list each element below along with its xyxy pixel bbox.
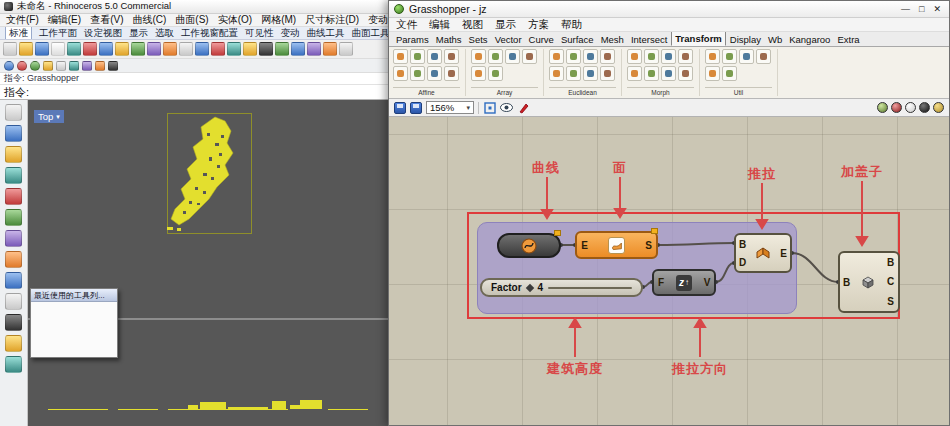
undo-icon[interactable] (99, 42, 113, 56)
polyline-tool-icon[interactable] (5, 230, 22, 247)
surface-tool-icon[interactable] (5, 251, 22, 268)
tab-standard[interactable]: 标准 (5, 27, 32, 40)
component-icon[interactable] (722, 49, 737, 64)
gh-menu-solution[interactable]: 方案 (528, 18, 549, 32)
gh-tab-maths[interactable]: Maths (433, 33, 465, 46)
save-icon[interactable] (394, 102, 406, 114)
zoom-dropdown-icon[interactable]: ▾ (466, 104, 470, 112)
render-icon[interactable] (307, 42, 321, 56)
gh-tab-intersect[interactable]: Intersect (628, 33, 670, 46)
component-icon[interactable] (600, 49, 615, 64)
layer-icon[interactable] (275, 42, 289, 56)
gh-tab-sets[interactable]: Sets (466, 33, 491, 46)
gh-menu-view[interactable]: 视图 (462, 18, 483, 32)
input-port-d[interactable]: D (736, 257, 749, 268)
save-icon[interactable] (35, 42, 49, 56)
component-icon[interactable] (522, 49, 537, 64)
component-icon[interactable] (471, 66, 486, 81)
component-icon[interactable] (505, 49, 520, 64)
component-icon[interactable] (549, 49, 564, 64)
mesh-tool-icon[interactable] (5, 293, 22, 310)
tab-visibility[interactable]: 可见性 (245, 27, 274, 40)
gh-title-bar[interactable]: Grasshopper - jz — □ ✕ (389, 1, 949, 18)
component-icon[interactable] (583, 66, 598, 81)
menu-solid[interactable]: 实体(O) (218, 14, 252, 27)
recent-toolbar-popup[interactable]: 最近使用的工具列... (30, 288, 118, 358)
tab-select[interactable]: 选取 (155, 27, 174, 40)
help-icon[interactable] (339, 42, 353, 56)
preview-shaded-icon[interactable] (877, 102, 888, 113)
preview-hidden-icon[interactable] (905, 102, 916, 113)
component-icon[interactable] (627, 49, 642, 64)
palette-group-label[interactable]: Array (471, 87, 538, 96)
component-icon[interactable] (627, 66, 642, 81)
input-port-b[interactable]: B (736, 239, 749, 250)
palette-group-label[interactable]: Morph (627, 87, 694, 96)
tab-curve-tools[interactable]: 曲线工具 (307, 27, 345, 40)
component-icon[interactable] (488, 49, 503, 64)
planar-icon[interactable] (95, 61, 105, 71)
layer-state-icon[interactable] (43, 61, 53, 71)
delete-icon[interactable] (83, 42, 97, 56)
unit-z-node[interactable]: F z ↑ V (652, 269, 716, 296)
component-icon[interactable] (488, 66, 503, 81)
component-icon[interactable] (678, 66, 693, 81)
component-icon[interactable] (549, 66, 564, 81)
menu-curve[interactable]: 曲线(C) (132, 14, 166, 27)
component-icon[interactable] (427, 66, 442, 81)
osnap-icon[interactable] (56, 61, 66, 71)
component-icon[interactable] (444, 66, 459, 81)
cut-icon[interactable] (67, 42, 81, 56)
tab-transform[interactable]: 变动 (281, 27, 300, 40)
circle-tool-icon[interactable] (5, 188, 22, 205)
tab-cplane[interactable]: 工作平面 (39, 27, 77, 40)
menu-mesh[interactable]: 网格(M) (261, 14, 296, 27)
component-icon[interactable] (566, 49, 581, 64)
preview-dark-icon[interactable] (919, 102, 930, 113)
component-icon[interactable] (661, 49, 676, 64)
minimize-button[interactable]: — (901, 4, 910, 14)
input-port-e[interactable]: E (577, 240, 592, 251)
print-icon[interactable] (51, 42, 65, 56)
gh-tab-kangaroo[interactable]: Kangaroo (786, 33, 833, 46)
gh-tab-mesh[interactable]: Mesh (598, 33, 627, 46)
gh-tab-wb[interactable]: Wb (765, 33, 785, 46)
boundary-surface-node[interactable]: E S (575, 231, 658, 259)
preview-custom-icon[interactable] (933, 102, 944, 113)
menu-transform[interactable]: 变动(T) (368, 14, 390, 27)
palette-group-label[interactable]: Affine (393, 87, 460, 96)
warning-balloon[interactable] (554, 230, 561, 236)
gh-tab-curve[interactable]: Curve (526, 33, 557, 46)
output-port-b[interactable]: B (883, 257, 898, 268)
component-icon[interactable] (705, 49, 720, 64)
menu-file[interactable]: 文件(F) (6, 14, 39, 27)
sphere-red-icon[interactable] (17, 61, 27, 71)
extrude-node[interactable]: B D E (734, 233, 792, 273)
rhino-title-bar[interactable]: 未命名 - Rhinoceros 5.0 Commercial (0, 0, 390, 14)
gh-tab-vector[interactable]: Vector (492, 33, 525, 46)
copy-icon[interactable] (227, 42, 241, 56)
gh-tab-params[interactable]: Params (393, 33, 432, 46)
component-icon[interactable] (444, 49, 459, 64)
number-slider-node[interactable]: Factor 4 (480, 278, 643, 297)
component-icon[interactable] (427, 49, 442, 64)
save-as-icon[interactable] (410, 102, 422, 114)
ortho-icon[interactable] (82, 61, 92, 71)
scale-icon[interactable] (259, 42, 273, 56)
palette-group-label[interactable]: Euclidean (549, 87, 616, 96)
component-icon[interactable] (722, 66, 737, 81)
gh-menu-edit[interactable]: 编辑 (429, 18, 450, 32)
preview-wireframe-icon[interactable] (891, 102, 902, 113)
sketch-pen-icon[interactable] (517, 101, 530, 114)
component-icon[interactable] (644, 49, 659, 64)
sphere-blue-icon[interactable] (4, 61, 14, 71)
tab-display[interactable]: 显示 (129, 27, 148, 40)
input-port-b[interactable]: B (843, 277, 850, 288)
open-file-icon[interactable] (19, 42, 33, 56)
component-icon[interactable] (393, 49, 408, 64)
zoom-select[interactable]: 156% ▾ (426, 101, 474, 114)
slider-handle[interactable] (525, 283, 533, 291)
viewport-tool-icon[interactable] (5, 125, 22, 142)
component-icon[interactable] (410, 66, 425, 81)
zoom-icon[interactable] (179, 42, 193, 56)
